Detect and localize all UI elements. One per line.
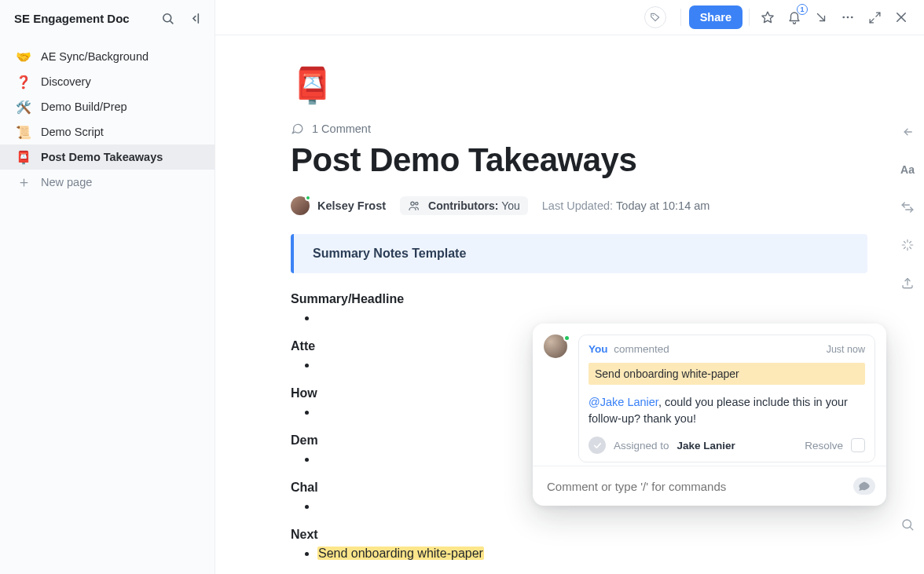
comment-time: Just now: [827, 344, 865, 355]
svg-line-13: [870, 18, 874, 22]
sidebar-item-label: AE Sync/Background: [41, 50, 148, 63]
sidebar-title: SE Engagement Doc: [14, 12, 150, 25]
sidebar-item-label: Demo Build/Prep: [41, 101, 127, 113]
comment-action: commented: [614, 343, 669, 355]
plus-icon: [16, 174, 31, 190]
sidebar-item-label: Demo Script: [41, 126, 104, 138]
comment-body-card: You commented Just now Send onboarding w…: [578, 335, 875, 462]
expand-icon[interactable]: [863, 5, 886, 29]
question-icon: ❓: [16, 75, 31, 90]
svg-line-12: [875, 13, 879, 16]
sidebar-new-page[interactable]: New page: [0, 170, 214, 195]
last-updated-value: Today at 10:14 am: [616, 199, 710, 212]
comment-author-you: You: [588, 343, 608, 355]
svg-point-9: [842, 16, 845, 19]
upload-icon[interactable]: [897, 272, 918, 293]
list-item[interactable]: Send onboarding white-paper: [317, 545, 867, 562]
assigned-to-name: Jake Lanier: [677, 440, 735, 452]
comment-avatar-wrap: [544, 335, 570, 462]
sidebar-item-post-demo[interactable]: 📮 Post Demo Takeaways: [0, 144, 214, 170]
handshake-icon: 🤝: [16, 49, 31, 64]
sidebar-item-label: Post Demo Takeaways: [41, 151, 163, 163]
search-in-doc-icon[interactable]: [897, 514, 918, 535]
highlighted-text[interactable]: Send onboarding white-paper: [317, 547, 484, 560]
topbar-actions: 1: [746, 5, 913, 29]
resolve-label[interactable]: Resolve: [805, 440, 843, 452]
doc-last-updated: Last Updated: Today at 10:14 am: [542, 199, 710, 212]
divider: [680, 9, 681, 26]
doc-meta: Kelsey Frost Contributors: You Last Upda…: [291, 196, 867, 215]
comment-count-line[interactable]: 1 Comment: [291, 122, 867, 135]
comment-popover: You commented Just now Send onboarding w…: [533, 324, 886, 506]
comment-footer: Assigned to Jake Lanier Resolve: [588, 437, 865, 454]
callout-block[interactable]: Summary Notes Template: [291, 234, 867, 273]
divider: [749, 9, 750, 26]
comment-icon: [291, 122, 304, 135]
assigned-check-icon[interactable]: [588, 437, 606, 454]
download-icon[interactable]: [809, 5, 833, 29]
send-comment-icon[interactable]: [853, 477, 875, 495]
doc-emoji[interactable]: 📮: [291, 65, 332, 106]
people-icon: [408, 199, 420, 212]
comment-input-row: [533, 466, 886, 506]
sidebar-item-label: Discovery: [41, 75, 91, 88]
presence-dot: [563, 335, 570, 342]
contributors-label: Contributors:: [428, 199, 498, 212]
comment-input[interactable]: [547, 480, 845, 493]
sidebar-item-ae-sync[interactable]: 🤝 AE Sync/Background: [0, 44, 214, 69]
svg-point-11: [851, 16, 853, 19]
swap-icon[interactable]: [897, 197, 918, 218]
more-icon[interactable]: [836, 5, 860, 29]
comment-count: 1 Comment: [312, 122, 371, 135]
author-name: Kelsey Frost: [317, 199, 386, 212]
svg-point-22: [411, 202, 414, 205]
outdent-icon[interactable]: [897, 122, 918, 142]
section-title[interactable]: Summary/Headline: [291, 292, 867, 306]
presence-dot: [305, 195, 311, 201]
doc-contributors[interactable]: Contributors: You: [400, 196, 528, 215]
contributors-value: You: [501, 199, 520, 212]
sidebar-header: SE Engagement Doc: [0, 0, 214, 36]
doc-author[interactable]: Kelsey Frost: [291, 196, 386, 215]
svg-point-10: [847, 16, 849, 19]
svg-marker-7: [762, 12, 773, 22]
comment-header: You commented Just now: [588, 343, 865, 355]
resolve-checkbox[interactable]: [851, 438, 865, 452]
svg-line-21: [910, 527, 912, 529]
sidebar-nav: 🤝 AE Sync/Background ❓ Discovery 🛠️ Demo…: [0, 36, 214, 195]
assigned-to-label: Assigned to: [614, 440, 669, 452]
comment-quoted-text: Send onboarding white-paper: [588, 363, 865, 385]
last-updated-label: Last Updated:: [542, 199, 613, 212]
svg-point-23: [416, 203, 418, 205]
tag-icon[interactable]: [644, 6, 666, 28]
typography-icon[interactable]: Aa: [897, 159, 918, 180]
collapse-sidebar-icon[interactable]: [185, 7, 207, 29]
topbar: Share 1: [215, 0, 924, 35]
sidebar-new-page-label: New page: [41, 176, 92, 188]
sidebar: SE Engagement Doc 🤝 AE Sync/Background ❓…: [0, 0, 215, 574]
mention-link[interactable]: @Jake Lanier: [588, 396, 658, 408]
close-icon[interactable]: [889, 5, 913, 29]
doc-title[interactable]: Post Demo Takeaways: [291, 141, 867, 179]
svg-point-6: [652, 15, 653, 16]
right-rail: Aa: [891, 35, 924, 574]
sparkle-icon[interactable]: [897, 235, 918, 255]
svg-line-8: [818, 14, 825, 21]
search-icon[interactable]: [156, 7, 178, 29]
star-icon[interactable]: [756, 5, 779, 29]
scroll-icon: 📜: [16, 125, 31, 140]
tools-icon: 🛠️: [16, 100, 31, 115]
notifications-icon[interactable]: 1: [783, 5, 806, 29]
comment-text: @Jake Lanier, could you please include t…: [588, 394, 865, 427]
sidebar-item-demo-script[interactable]: 📜 Demo Script: [0, 119, 214, 144]
sidebar-item-demo-build[interactable]: 🛠️ Demo Build/Prep: [0, 94, 214, 119]
postbox-icon: 📮: [16, 150, 31, 165]
svg-line-1: [170, 20, 172, 23]
section-title[interactable]: Next: [291, 528, 867, 542]
section-list[interactable]: Send onboarding white-paper: [291, 545, 867, 562]
sidebar-item-discovery[interactable]: ❓ Discovery: [0, 69, 214, 94]
notifications-badge: 1: [797, 4, 808, 15]
share-button[interactable]: Share: [689, 5, 742, 29]
